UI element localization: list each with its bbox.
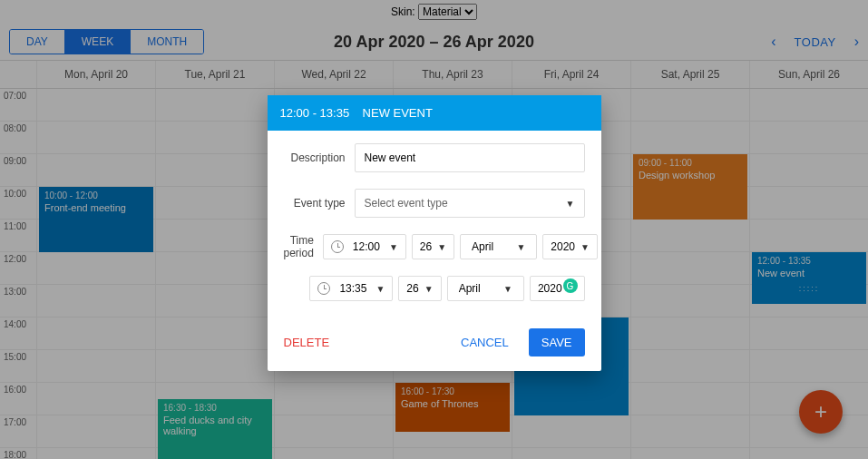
modal-header-title: NEW EVENT: [363, 106, 433, 120]
event-type-select[interactable]: Select event type ▼: [355, 189, 585, 218]
start-time-select[interactable]: 12:00▼: [323, 234, 406, 259]
modal-header: 12:00 - 13:35 NEW EVENT: [268, 95, 601, 131]
time-period-label: Time period: [284, 234, 323, 259]
description-label: Description: [284, 151, 355, 164]
cancel-button[interactable]: CANCEL: [461, 336, 509, 349]
delete-button[interactable]: DELETE: [284, 336, 330, 349]
start-year-select[interactable]: 2020▼: [542, 234, 598, 259]
end-time-select[interactable]: 13:35▼: [309, 276, 393, 301]
clock-icon: [331, 240, 344, 253]
event-modal: 12:00 - 13:35 NEW EVENT Description G Ev…: [268, 95, 601, 371]
description-input[interactable]: [355, 143, 585, 172]
clock-icon: [317, 282, 330, 295]
event-type-placeholder: Select event type: [365, 197, 448, 210]
event-type-label: Event type: [284, 197, 355, 210]
end-day-select[interactable]: 26▼: [398, 276, 441, 301]
modal-header-time: 12:00 - 13:35: [280, 106, 350, 120]
end-month-select[interactable]: April ▼: [447, 276, 524, 301]
save-button[interactable]: SAVE: [529, 328, 585, 356]
chevron-down-icon: ▼: [566, 199, 575, 209]
start-month-select[interactable]: April ▼: [460, 234, 537, 259]
start-day-select[interactable]: 26▼: [412, 234, 454, 259]
modal-overlay[interactable]: 12:00 - 13:35 NEW EVENT Description G Ev…: [0, 0, 868, 459]
grammarly-icon[interactable]: G: [563, 278, 578, 293]
